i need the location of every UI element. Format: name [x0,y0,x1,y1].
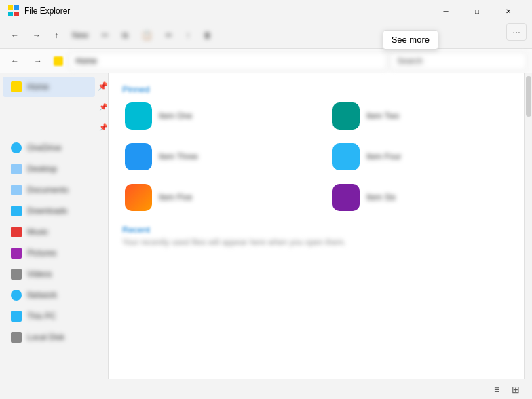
music-icon [11,227,22,238]
recent-title: Recent [122,225,510,235]
sidebar-onedrive-label: OneDrive [27,143,62,153]
grid-view-icon: ⊞ [512,384,520,395]
scrollbar-thumb[interactable] [526,76,531,117]
sidebar-item-downloads[interactable]: Downloads [3,201,105,221]
sidebar-item-documents[interactable]: Documents [3,180,105,200]
pinned-label-3: Item Four [366,152,401,162]
close-button[interactable]: ✕ [493,0,524,22]
pinned-label-0: Item One [159,111,192,121]
thispc-icon [11,311,22,322]
share-button[interactable]: ↑ [180,24,195,46]
address-bar: ← → [0,49,532,73]
list-view-icon: ≡ [494,384,499,395]
pin-actions: 📌 📌 📌 [98,76,108,137]
svg-rect-3 [14,12,19,16]
paste-button[interactable]: 📋 [136,24,157,46]
sidebar-localdisk-label: Local Disk [27,332,64,342]
sidebar-item-music[interactable]: Music [3,222,105,242]
videos-icon [11,269,22,280]
sidebar-item-home[interactable]: Home [3,77,95,97]
grid-view-button[interactable]: ⊞ [508,381,524,398]
recent-placeholder: Your recently used files will appear her… [122,238,510,247]
minimize-button[interactable]: ─ [430,0,461,22]
new-button[interactable]: New [66,24,94,46]
pinned-grid: Item One Item Two Item Three Item Four I [122,100,510,214]
delete-icon: 🗑 [204,31,212,40]
sidebar-thispc-label: This PC [27,311,56,321]
main-layout: Home 📌 📌 📌 OneDrive Desktop Documents Do… [0,73,532,379]
downloads-icon [11,206,22,216]
cut-button[interactable]: ✂ [96,24,114,46]
app-title: File Explorer [24,6,430,16]
list-view-button[interactable]: ≡ [489,381,505,398]
sidebar-item-onedrive[interactable]: OneDrive [3,138,105,158]
pinned-section: Pinned Item One Item Two Item Three Item… [122,84,510,214]
sidebar-item-pictures[interactable]: Pictures [3,243,105,263]
forward-icon: → [33,31,41,40]
sidebar-item-thispc[interactable]: This PC [3,306,105,326]
pinned-item-1[interactable]: Item Two [330,100,510,132]
pinned-label-1: Item Two [366,111,399,121]
pinned-title: Pinned [122,84,510,94]
pin-icon-2[interactable]: 📌 [98,96,108,117]
pinned-icon-4 [125,184,152,211]
sidebar-item-videos[interactable]: Videos [3,264,105,284]
desktop-icon [11,164,22,174]
sidebar: Home 📌 📌 📌 OneDrive Desktop Documents Do… [0,73,109,379]
address-input[interactable] [69,52,387,70]
localdisk-icon [11,332,22,343]
pinned-icon-2 [125,143,152,170]
pinned-item-2[interactable]: Item Three [122,140,303,173]
sidebar-item-desktop[interactable]: Desktop [3,159,105,179]
delete-button[interactable]: 🗑 [198,24,217,46]
maximize-button[interactable]: □ [461,0,493,22]
pinned-icon-0 [125,102,152,130]
pinned-item-3[interactable]: Item Four [330,140,510,173]
see-more-tooltip: See more [383,30,438,50]
pin-icon-3[interactable]: 📌 [98,117,108,137]
pinned-label-5: Item Six [366,193,396,202]
title-bar: File Explorer ─ □ ✕ [0,0,532,22]
onedrive-icon [11,142,22,153]
address-back-button[interactable]: ← [5,52,24,71]
pinned-label-2: Item Three [159,152,198,162]
sidebar-downloads-label: Downloads [27,206,67,216]
right-scrollbar[interactable] [524,73,532,379]
nav-forward-button[interactable]: → [27,24,46,46]
pinned-item-4[interactable]: Item Five [122,181,303,214]
window-controls: ─ □ ✕ [430,0,524,22]
up-icon: ↑ [54,31,58,40]
svg-rect-0 [8,5,13,10]
copy-button[interactable]: ⧉ [117,24,134,46]
sidebar-item-network[interactable]: Network [3,285,105,305]
toolbar: ← → ↑ New ✂ ⧉ 📋 ✏ ↑ 🗑 See more ··· [0,22,532,49]
status-bar: ≡ ⊞ [0,379,532,399]
content-area: Pinned Item One Item Two Item Three Item… [109,73,524,379]
documents-icon [11,185,22,195]
address-forward-button[interactable]: → [28,52,48,71]
app-icon [8,5,19,16]
pin-icon-1[interactable]: 📌 [98,76,108,96]
search-input[interactable] [391,52,527,70]
paste-icon: 📋 [142,31,152,40]
svg-rect-2 [14,5,19,10]
nav-up-button[interactable]: ↑ [49,24,64,46]
home-icon [52,54,65,68]
pictures-icon [11,248,22,259]
pinned-item-0[interactable]: Item One [122,100,303,132]
network-icon [11,290,22,301]
pinned-item-5[interactable]: Item Six [330,181,510,214]
sidebar-item-localdisk[interactable]: Local Disk [3,327,105,347]
rename-icon: ✏ [166,31,172,40]
sidebar-pictures-label: Pictures [27,248,56,258]
rename-button[interactable]: ✏ [160,24,178,46]
nav-back-button[interactable]: ← [5,24,24,46]
share-icon: ↑ [186,31,190,40]
cut-icon: ✂ [102,31,109,40]
sidebar-documents-label: Documents [27,185,69,195]
copy-icon: ⧉ [122,31,128,40]
sidebar-music-label: Music [27,227,48,237]
see-more-button[interactable]: ··· [506,23,527,41]
back-icon: ← [11,31,19,40]
pinned-icon-1 [332,102,360,130]
